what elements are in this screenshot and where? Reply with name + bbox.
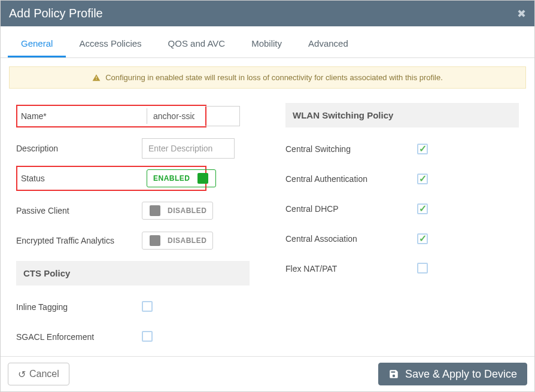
- row-name: Name*: [16, 103, 250, 129]
- left-column: Name* Description Status ENABLED: [16, 103, 250, 356]
- description-input[interactable]: [142, 138, 235, 159]
- label-central-assoc: Central Association: [285, 234, 417, 244]
- encrypted-traffic-toggle-text: DISABLED: [168, 236, 206, 245]
- name-input-tail[interactable]: [205, 106, 240, 126]
- encrypted-traffic-toggle[interactable]: DISABLED: [142, 232, 213, 250]
- central-assoc-checkbox[interactable]: [417, 233, 428, 244]
- save-icon: [388, 369, 399, 379]
- passive-client-toggle-text: DISABLED: [168, 206, 206, 215]
- tab-advanced[interactable]: Advanced: [295, 32, 361, 57]
- close-icon[interactable]: ✖: [517, 7, 526, 20]
- form-content: Name* Description Status ENABLED: [1, 97, 534, 356]
- label-central-auth: Central Authentication: [285, 174, 417, 184]
- central-auth-checkbox[interactable]: [417, 174, 428, 184]
- central-dhcp-checkbox[interactable]: [417, 203, 428, 214]
- label-passive-client: Passive Client: [16, 206, 142, 215]
- row-central-auth: Central Authentication: [285, 166, 519, 192]
- label-encrypted-traffic: Encrypted Traffic Analytics: [16, 236, 142, 245]
- tab-bar: General Access Policies QOS and AVC Mobi…: [1, 32, 534, 58]
- row-inline-tagging: Inline Tagging: [16, 294, 250, 320]
- row-passive-client: Passive Client DISABLED: [16, 197, 250, 224]
- label-central-dhcp: Central DHCP: [285, 204, 417, 214]
- cancel-button[interactable]: ↺ Cancel: [8, 363, 69, 385]
- label-central-switching: Central Switching: [285, 144, 417, 154]
- section-wlan-switching: WLAN Switching Policy: [285, 103, 519, 127]
- save-button-label: Save & Apply to Device: [405, 368, 517, 381]
- status-toggle-text: ENABLED: [153, 174, 190, 183]
- warning-banner: Configuring in enabled state will result…: [9, 66, 526, 89]
- label-description: Description: [16, 144, 142, 153]
- toggle-knob-icon: [150, 205, 160, 216]
- warning-text: Configuring in enabled state will result…: [105, 73, 443, 82]
- tab-access-policies[interactable]: Access Policies: [66, 32, 154, 57]
- tab-general[interactable]: General: [8, 32, 66, 57]
- name-input[interactable]: [147, 108, 200, 124]
- inline-tagging-checkbox[interactable]: [142, 301, 153, 312]
- save-apply-button[interactable]: Save & Apply to Device: [378, 363, 527, 385]
- row-sgacl: SGACL Enforcement: [16, 324, 250, 350]
- row-central-assoc: Central Association: [285, 226, 519, 252]
- central-switching-checkbox[interactable]: [417, 144, 428, 154]
- highlight-name: Name*: [16, 105, 206, 127]
- status-toggle[interactable]: ENABLED: [147, 169, 216, 187]
- toggle-knob-icon: [197, 173, 208, 184]
- dialog-footer: ↺ Cancel Save & Apply to Device: [1, 356, 534, 391]
- row-status: Status ENABLED: [16, 165, 250, 192]
- dialog-add-policy-profile: Add Policy Profile ✖ General Access Poli…: [0, 0, 535, 392]
- undo-icon: ↺: [18, 369, 26, 380]
- flex-nat-checkbox[interactable]: [417, 263, 428, 274]
- title-bar: Add Policy Profile ✖: [1, 1, 534, 26]
- label-flex-nat: Flex NAT/PAT: [285, 264, 417, 274]
- content-scroll: General Access Policies QOS and AVC Mobi…: [1, 26, 534, 356]
- passive-client-toggle[interactable]: DISABLED: [142, 202, 213, 220]
- row-description: Description: [16, 135, 250, 162]
- row-encrypted-traffic: Encrypted Traffic Analytics DISABLED: [16, 227, 250, 254]
- section-cts-policy: CTS Policy: [16, 261, 250, 285]
- label-sgacl: SGACL Enforcement: [16, 332, 142, 342]
- label-status: Status: [21, 174, 147, 183]
- tab-mobility[interactable]: Mobility: [238, 32, 295, 57]
- row-central-switching: Central Switching: [285, 136, 519, 162]
- tab-qos-avc[interactable]: QOS and AVC: [155, 32, 239, 57]
- sgacl-checkbox[interactable]: [142, 331, 153, 342]
- cancel-button-label: Cancel: [29, 369, 59, 379]
- warning-icon: [92, 74, 101, 82]
- highlight-status: Status ENABLED: [16, 166, 206, 191]
- row-flex-nat: Flex NAT/PAT: [285, 256, 519, 282]
- right-column: WLAN Switching Policy Central Switching …: [285, 103, 519, 356]
- row-central-dhcp: Central DHCP: [285, 196, 519, 222]
- label-name: Name*: [21, 111, 147, 121]
- dialog-title: Add Policy Profile: [9, 7, 103, 20]
- toggle-knob-icon: [150, 235, 160, 246]
- label-inline-tagging: Inline Tagging: [16, 302, 142, 312]
